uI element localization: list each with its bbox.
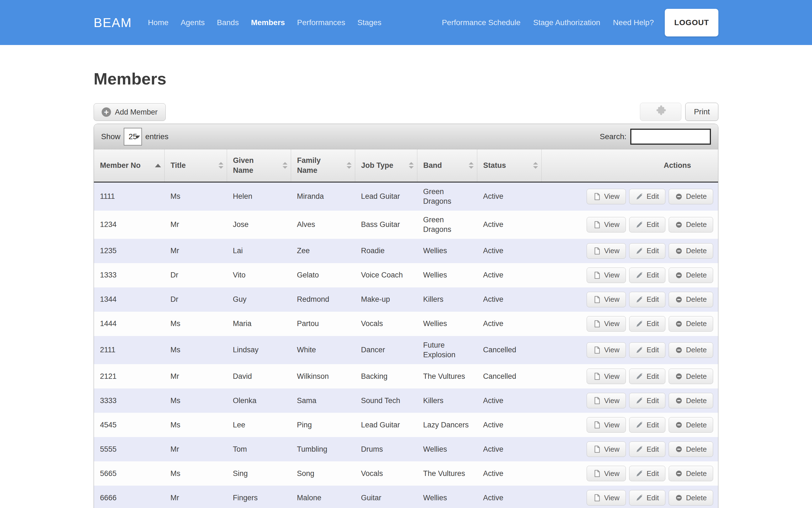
column-label: Given Name <box>233 156 254 176</box>
column-label: Title <box>171 161 186 170</box>
cell-band: Wellies <box>417 485 477 508</box>
minus-circle-icon <box>675 494 683 502</box>
delete-button[interactable]: Delete <box>669 466 713 481</box>
document-icon <box>593 247 601 255</box>
delete-button[interactable]: Delete <box>669 417 713 433</box>
add-member-button[interactable]: + Add Member <box>94 103 166 121</box>
table-row: 1333DrVitoGelatoVoice CoachWelliesActive… <box>94 263 718 287</box>
cell-actions: ViewEditDelete <box>541 211 718 239</box>
nav-item-need-help[interactable]: Need Help? <box>613 18 654 27</box>
cell-family-name: Partou <box>291 312 355 336</box>
delete-button[interactable]: Delete <box>669 393 713 408</box>
sort-both-icon <box>469 162 474 169</box>
pencil-icon <box>636 494 643 502</box>
view-button[interactable]: View <box>586 267 626 283</box>
table-search-input[interactable] <box>630 129 711 145</box>
edit-button[interactable]: Edit <box>629 316 665 332</box>
cell-family-name: Malone <box>291 485 355 508</box>
column-label: Band <box>423 161 442 170</box>
cell-status: Active <box>477 239 541 263</box>
edit-button[interactable]: Edit <box>629 267 665 283</box>
delete-button[interactable]: Delete <box>669 369 713 384</box>
column-header-job-type[interactable]: Job Type <box>355 150 417 182</box>
cell-job-type: Voice Coach <box>355 263 417 287</box>
edit-button[interactable]: Edit <box>629 243 665 259</box>
cell-actions: ViewEditDelete <box>541 263 718 287</box>
sort-both-icon <box>533 162 538 169</box>
nav-item-home[interactable]: Home <box>148 18 168 27</box>
view-button[interactable]: View <box>586 316 626 332</box>
view-button[interactable]: View <box>586 369 626 384</box>
delete-button[interactable]: Delete <box>669 189 713 204</box>
delete-button[interactable]: Delete <box>669 441 713 457</box>
nav-item-members[interactable]: Members <box>251 18 285 27</box>
view-button[interactable]: View <box>586 217 626 232</box>
sort-both-icon <box>218 162 224 169</box>
cell-title: Dr <box>164 287 227 312</box>
minus-circle-icon <box>675 445 683 453</box>
nav-item-bands[interactable]: Bands <box>217 18 239 27</box>
delete-button[interactable]: Delete <box>669 490 713 506</box>
edit-button[interactable]: Edit <box>629 369 665 384</box>
minus-circle-icon <box>675 320 683 328</box>
view-button[interactable]: View <box>586 189 626 204</box>
column-header-band[interactable]: Band <box>417 150 477 182</box>
table-toolbar: Show 25 entries Search: <box>94 124 718 150</box>
edit-button[interactable]: Edit <box>629 292 665 307</box>
edit-button[interactable]: Edit <box>629 441 665 457</box>
page-size-select[interactable]: 25 <box>124 128 142 145</box>
view-button[interactable]: View <box>586 393 626 408</box>
view-button[interactable]: View <box>586 243 626 259</box>
edit-button[interactable]: Edit <box>629 217 665 232</box>
column-header-member-no[interactable]: Member No <box>94 150 164 182</box>
plugin-button[interactable] <box>640 103 681 121</box>
edit-button[interactable]: Edit <box>629 417 665 433</box>
cell-family-name: Zee <box>291 239 355 263</box>
cell-actions: ViewEditDelete <box>541 336 718 364</box>
nav-item-stages[interactable]: Stages <box>357 18 381 27</box>
edit-button[interactable]: Edit <box>629 189 665 204</box>
cell-family-name: Ping <box>291 413 355 437</box>
nav-item-agents[interactable]: Agents <box>180 18 205 27</box>
column-header-title[interactable]: Title <box>164 150 227 182</box>
cell-status: Active <box>477 461 541 485</box>
document-icon <box>593 494 601 502</box>
column-label: Family Name <box>297 156 321 176</box>
delete-button[interactable]: Delete <box>669 316 713 332</box>
print-button[interactable]: Print <box>685 103 718 121</box>
delete-button[interactable]: Delete <box>669 217 713 232</box>
view-button[interactable]: View <box>586 466 626 481</box>
nav-item-performance-schedule[interactable]: Performance Schedule <box>442 18 521 27</box>
view-button[interactable]: View <box>586 490 626 506</box>
add-member-label: Add Member <box>115 108 158 117</box>
nav-item-stage-authorization[interactable]: Stage Authorization <box>533 18 601 27</box>
minus-circle-icon <box>675 373 683 380</box>
delete-button[interactable]: Delete <box>669 267 713 283</box>
edit-button[interactable]: Edit <box>629 490 665 506</box>
nav-item-performances[interactable]: Performances <box>297 18 345 27</box>
cell-member-no: 5665 <box>94 461 164 485</box>
view-button[interactable]: View <box>586 417 626 433</box>
delete-button[interactable]: Delete <box>669 292 713 307</box>
view-button[interactable]: View <box>586 441 626 457</box>
edit-button[interactable]: Edit <box>629 393 665 408</box>
pencil-icon <box>636 193 643 201</box>
view-button[interactable]: View <box>586 292 626 307</box>
cell-job-type: Sound Tech <box>355 388 417 413</box>
view-button[interactable]: View <box>586 342 626 358</box>
cell-job-type: Drums <box>355 437 417 461</box>
column-header-status[interactable]: Status <box>477 150 541 182</box>
column-label: Status <box>483 161 506 170</box>
edit-button[interactable]: Edit <box>629 342 665 358</box>
logout-button[interactable]: LOGOUT <box>665 9 718 36</box>
pencil-icon <box>636 320 643 328</box>
column-header-family-name[interactable]: Family Name <box>291 150 355 182</box>
brand-logo[interactable]: BEAM <box>94 15 132 30</box>
delete-button[interactable]: Delete <box>669 342 713 358</box>
column-header-given-name[interactable]: Given Name <box>227 150 291 182</box>
plus-icon: + <box>102 108 111 117</box>
delete-button[interactable]: Delete <box>669 243 713 259</box>
edit-button[interactable]: Edit <box>629 466 665 481</box>
cell-given-name: Tom <box>227 437 291 461</box>
cell-family-name: Redmond <box>291 287 355 312</box>
